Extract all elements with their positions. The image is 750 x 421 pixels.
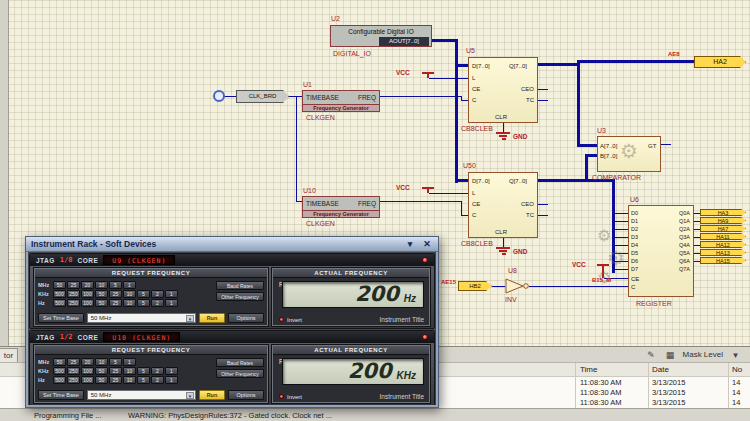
frequency-button[interactable]: 250 [67, 299, 80, 307]
port-ha[interactable]: HA12 [700, 241, 746, 248]
port-ha[interactable]: HA3 [700, 209, 746, 216]
edit-mask-icon[interactable]: ✎ [645, 349, 658, 361]
other-frequency-button[interactable]: Other Frequency [216, 369, 264, 378]
frequency-button[interactable]: 50 [53, 358, 66, 366]
time-base-select[interactable]: 50 MHz ▾ [87, 313, 196, 323]
frequency-button[interactable]: 100 [81, 367, 94, 375]
frequency-button[interactable]: 25 [109, 290, 122, 298]
options-button[interactable]: Options [228, 313, 264, 323]
frequency-button[interactable]: 50 [95, 290, 108, 298]
column-header-no[interactable]: No [732, 363, 742, 376]
port-hb2[interactable]: HB2 [458, 281, 492, 291]
frequency-button[interactable]: 100 [81, 376, 94, 384]
inverter-symbol[interactable] [505, 278, 531, 295]
port-ha[interactable]: HA11 [700, 233, 746, 240]
frequency-button[interactable]: 500 [53, 367, 66, 375]
cell-no[interactable]: 14 [732, 378, 740, 388]
column-header-date[interactable]: Date [652, 363, 669, 376]
frequency-button[interactable]: 5 [137, 299, 150, 307]
port-ha[interactable]: HA7 [700, 225, 746, 232]
frequency-button[interactable]: 5 [137, 376, 150, 384]
set-time-base-button[interactable]: Set Time Base [38, 313, 84, 323]
component-u10-clkgen[interactable]: TIMEBASE FREQ Frequency Generator [302, 196, 380, 218]
port-ha2[interactable]: HA2 [694, 56, 746, 68]
frequency-button[interactable]: 25 [67, 358, 80, 366]
cell-time[interactable]: 11:08:30 AM [580, 388, 622, 398]
frequency-button[interactable]: 10 [95, 358, 108, 366]
frequency-button[interactable]: 2 [151, 299, 164, 307]
frequency-button[interactable]: 50 [95, 376, 108, 384]
clear-mask-icon[interactable]: ▦ [664, 349, 677, 361]
cell-no[interactable]: 14 [732, 398, 740, 408]
frequency-button[interactable]: 50 [53, 281, 66, 289]
baud-rates-button[interactable]: Baud Rates [216, 358, 264, 367]
baud-rates-button[interactable]: Baud Rates [216, 281, 264, 290]
frequency-button[interactable]: 250 [67, 376, 80, 384]
frequency-button[interactable]: 5 [137, 290, 150, 298]
cell-no[interactable]: 14 [732, 388, 740, 398]
run-button[interactable]: Run [199, 313, 225, 323]
frequency-button[interactable]: 1 [165, 376, 178, 384]
frequency-button[interactable]: 5 [109, 281, 122, 289]
frequency-button[interactable]: 5 [109, 358, 122, 366]
frequency-button[interactable]: 250 [67, 367, 80, 375]
frequency-button[interactable]: 1 [165, 299, 178, 307]
cell-date[interactable]: 3/13/2015 [652, 398, 685, 408]
frequency-button[interactable]: 1 [165, 367, 178, 375]
cell-date[interactable]: 3/13/2015 [652, 378, 685, 388]
invert-checkbox[interactable]: Invert [279, 394, 302, 400]
chevron-down-icon[interactable]: ▾ [729, 349, 742, 361]
frequency-button[interactable]: 1 [123, 281, 136, 289]
frequency-button[interactable]: 100 [81, 290, 94, 298]
mask-level-label[interactable]: Mask Level [683, 350, 723, 359]
close-button[interactable]: ✕ [421, 239, 433, 249]
cell-time[interactable]: 11:08:30 AM [580, 398, 622, 408]
cell-time[interactable]: 11:08:30 AM [580, 378, 622, 388]
junction-icon[interactable] [213, 90, 225, 102]
invert-checkbox[interactable]: Invert [279, 317, 302, 323]
minimize-button[interactable]: ▾ [404, 239, 416, 249]
port-ha[interactable]: HA15 [700, 257, 746, 264]
frequency-button[interactable]: 20 [81, 281, 94, 289]
options-button[interactable]: Options [228, 390, 264, 400]
net-label[interactable]: B15_M [592, 277, 611, 283]
frequency-button[interactable]: 25 [109, 367, 122, 375]
panel-tab[interactable]: tor [0, 348, 18, 362]
frequency-button[interactable]: 1 [123, 358, 136, 366]
frequency-button[interactable]: 500 [53, 376, 66, 384]
frequency-button[interactable]: 10 [123, 367, 136, 375]
component-u2-digital-io[interactable]: Configurable Digital IO AOUT[7..0] [330, 25, 432, 47]
frequency-button[interactable]: 250 [67, 290, 80, 298]
frequency-button[interactable]: 10 [95, 281, 108, 289]
component-u1-clkgen[interactable]: TIMEBASE FREQ Frequency Generator [302, 90, 380, 112]
port-ha[interactable]: HA13 [700, 249, 746, 256]
frequency-button[interactable]: 10 [123, 376, 136, 384]
frequency-button[interactable]: 25 [67, 281, 80, 289]
time-base-select[interactable]: 50 MHz ▾ [87, 390, 196, 400]
frequency-button[interactable]: 25 [109, 299, 122, 307]
net-label[interactable]: AE15 [441, 279, 456, 285]
column-header-time[interactable]: Time [580, 363, 597, 376]
frequency-button[interactable]: 500 [53, 299, 66, 307]
frequency-button[interactable]: 100 [81, 299, 94, 307]
frequency-button[interactable]: 10 [123, 290, 136, 298]
frequency-button[interactable]: 50 [95, 299, 108, 307]
frequency-button[interactable]: 25 [109, 376, 122, 384]
frequency-button[interactable]: 2 [151, 367, 164, 375]
frequency-button[interactable]: 500 [53, 290, 66, 298]
run-button[interactable]: Run [199, 390, 225, 400]
frequency-button[interactable]: 5 [137, 367, 150, 375]
cell-date[interactable]: 3/13/2015 [652, 388, 685, 398]
port-clk-brd[interactable]: CLK_BRD [236, 90, 289, 103]
frequency-button[interactable]: 20 [81, 358, 94, 366]
frequency-button[interactable]: 2 [151, 290, 164, 298]
other-frequency-button[interactable]: Other Frequency [216, 292, 264, 301]
net-label[interactable]: AE8 [668, 51, 680, 57]
window-titlebar[interactable]: Instrument Rack - Soft Devices ▾ ✕ [26, 237, 438, 252]
set-time-base-button[interactable]: Set Time Base [38, 390, 84, 400]
frequency-button[interactable]: 50 [95, 367, 108, 375]
port-ha[interactable]: HA9 [700, 217, 746, 224]
frequency-button[interactable]: 10 [123, 299, 136, 307]
frequency-button[interactable]: 1 [165, 290, 178, 298]
frequency-button[interactable]: 2 [151, 376, 164, 384]
